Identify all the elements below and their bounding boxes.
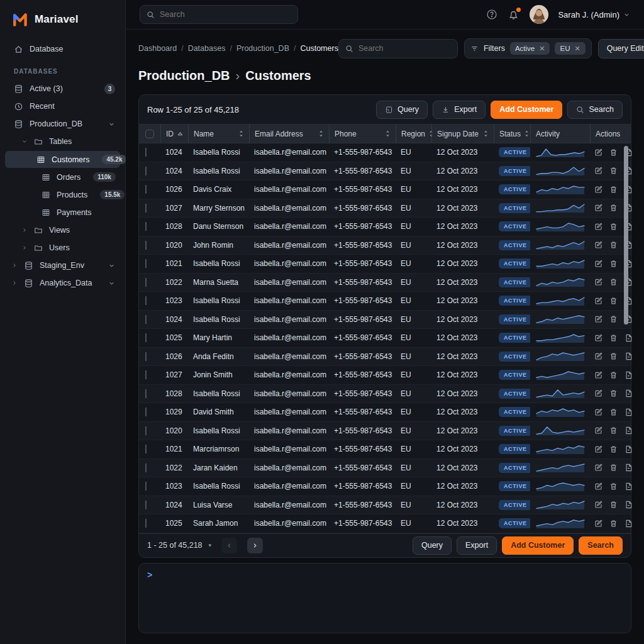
search-button-footer[interactable]: Search — [579, 536, 623, 555]
edit-icon[interactable] — [594, 463, 603, 472]
delete-icon[interactable] — [609, 500, 618, 509]
filter-chip-eu[interactable]: EU✕ — [555, 42, 585, 55]
prev-page-button[interactable] — [221, 538, 237, 553]
global-search[interactable] — [140, 5, 298, 24]
panel-expander-chevron[interactable]: > — [147, 570, 152, 580]
row-checkbox[interactable] — [145, 315, 147, 324]
select-all-checkbox[interactable] — [145, 130, 154, 138]
chevron-down-icon[interactable] — [108, 262, 115, 269]
edit-icon[interactable] — [594, 148, 603, 157]
edit-icon[interactable] — [594, 314, 603, 324]
table-search[interactable] — [338, 39, 458, 58]
delete-icon[interactable] — [609, 482, 618, 491]
sidebar-item-staging-env[interactable]: Staging_Env — [0, 257, 125, 274]
edit-icon[interactable] — [594, 222, 603, 231]
row-checkbox[interactable] — [145, 426, 147, 435]
export-button-footer[interactable]: Export — [457, 536, 497, 555]
delete-icon[interactable] — [609, 222, 618, 231]
column-header-phone[interactable]: Phone — [329, 125, 396, 143]
query-button-footer[interactable]: Query — [413, 536, 452, 555]
delete-icon[interactable] — [609, 185, 618, 194]
edit-icon[interactable] — [594, 519, 603, 528]
row-checkbox[interactable] — [145, 278, 147, 287]
row-checkbox[interactable] — [145, 222, 147, 231]
delete-icon[interactable] — [609, 296, 618, 306]
edit-icon[interactable] — [594, 389, 603, 398]
delete-icon[interactable] — [609, 148, 618, 157]
row-checkbox[interactable] — [145, 501, 147, 509]
delete-icon[interactable] — [609, 166, 618, 175]
export-button[interactable]: Export — [433, 101, 486, 119]
breadcrumb-item[interactable]: Production_DB — [236, 44, 289, 53]
chevron-down-icon[interactable] — [108, 121, 115, 128]
sidebar-item-analytics-data[interactable]: Analytics_Data — [0, 274, 125, 292]
edit-icon[interactable] — [594, 500, 603, 509]
delete-icon[interactable] — [609, 240, 618, 250]
query-button[interactable]: Query — [376, 101, 428, 119]
user-menu[interactable]: Sarah J. (Admin) — [530, 5, 630, 24]
column-header-region[interactable]: Region — [396, 125, 431, 143]
table-search-input[interactable] — [358, 44, 451, 53]
search-button[interactable]: Search — [567, 101, 623, 119]
chevron-down-icon[interactable] — [108, 280, 115, 287]
sidebar-item-tables[interactable]: Tables — [0, 133, 125, 150]
row-checkbox[interactable] — [145, 445, 147, 453]
column-header-email-address[interactable]: Email Address — [249, 125, 329, 143]
edit-icon[interactable] — [594, 259, 603, 269]
sidebar-item-recent[interactable]: Recent — [0, 97, 125, 115]
edit-icon[interactable] — [594, 408, 603, 417]
edit-icon[interactable] — [594, 277, 603, 287]
row-checkbox[interactable] — [145, 241, 147, 250]
sort-icon[interactable] — [385, 130, 391, 137]
row-checkbox[interactable] — [145, 296, 147, 305]
row-checkbox[interactable] — [145, 464, 147, 472]
filter-chip-active[interactable]: Active✕ — [510, 42, 550, 55]
breadcrumb-item[interactable]: Databases — [188, 44, 226, 53]
row-checkbox[interactable] — [145, 167, 147, 175]
row-checkbox[interactable] — [145, 519, 147, 528]
row-checkbox[interactable] — [145, 389, 147, 398]
column-header-signup-date[interactable]: Signup Date — [431, 125, 494, 143]
sort-icon[interactable] — [483, 130, 489, 137]
notifications-button[interactable] — [508, 9, 519, 20]
edit-icon[interactable] — [594, 352, 603, 361]
delete-icon[interactable] — [609, 333, 618, 343]
sidebar-item-production-db[interactable]: Production_DB — [0, 115, 125, 133]
scrollbar-thumb[interactable] — [624, 146, 628, 325]
row-checkbox[interactable] — [145, 148, 147, 157]
sort-icon[interactable] — [238, 130, 244, 137]
query-editor-button[interactable]: Query Editor — [598, 39, 644, 58]
delete-icon[interactable] — [609, 463, 618, 472]
breadcrumb-item-current[interactable]: Customers — [300, 44, 338, 53]
add-customer-button-footer[interactable]: Add Customer — [502, 536, 574, 555]
delete-icon[interactable] — [609, 408, 618, 417]
help-icon[interactable] — [486, 9, 497, 20]
page-size-caret-icon[interactable]: ▾ — [209, 542, 212, 548]
remove-filter-icon[interactable]: ✕ — [539, 45, 545, 52]
sort-asc-icon[interactable] — [177, 131, 183, 136]
column-header-name[interactable]: Name — [188, 125, 249, 143]
edit-icon[interactable] — [594, 203, 603, 213]
delete-icon[interactable] — [609, 203, 618, 213]
row-checkbox[interactable] — [145, 259, 147, 268]
delete-icon[interactable] — [609, 426, 618, 435]
table-scrollbar[interactable] — [624, 145, 628, 531]
row-checkbox[interactable] — [145, 204, 147, 213]
next-page-button[interactable] — [247, 538, 263, 553]
add-customer-button[interactable]: Add Customer — [491, 101, 562, 119]
delete-icon[interactable] — [609, 277, 618, 287]
edit-icon[interactable] — [594, 333, 603, 343]
row-checkbox[interactable] — [145, 370, 147, 379]
sort-icon[interactable] — [318, 130, 324, 137]
delete-icon[interactable] — [609, 259, 618, 269]
column-header-status[interactable]: Status — [494, 125, 530, 143]
column-header-id[interactable]: ID — [160, 125, 188, 143]
delete-icon[interactable] — [609, 352, 618, 361]
edit-icon[interactable] — [594, 166, 603, 175]
sidebar-item-database[interactable]: Database — [0, 40, 125, 58]
delete-icon[interactable] — [609, 389, 618, 398]
row-checkbox[interactable] — [145, 333, 147, 342]
edit-icon[interactable] — [594, 240, 603, 250]
edit-icon[interactable] — [594, 370, 603, 380]
row-checkbox[interactable] — [145, 185, 147, 194]
